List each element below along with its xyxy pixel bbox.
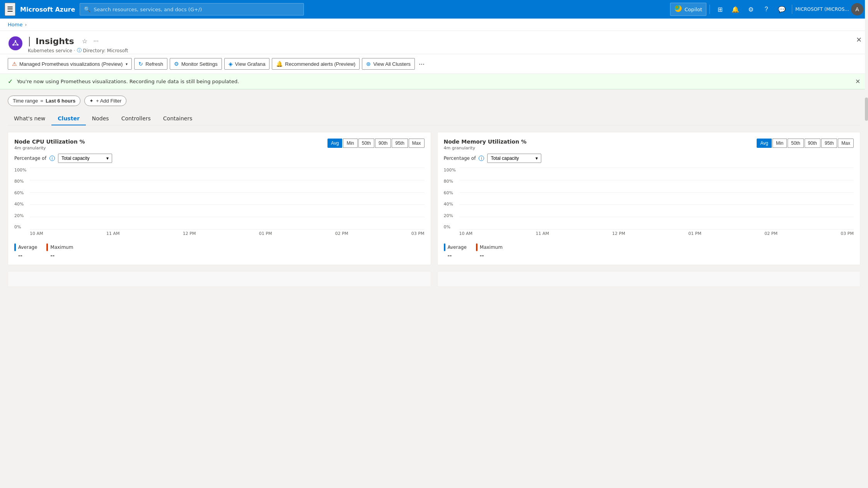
service-type-label: Kubernetes service <box>28 48 72 53</box>
notifications-button[interactable]: 🔔 <box>728 2 742 16</box>
cpu-chart-area: 100% 80% 60% 40% 20% 0% 10 AM <box>14 168 425 237</box>
mem-gridline-40 <box>459 204 854 205</box>
account-label: MICROSOFT (MICROSOFT.ONMI... <box>795 7 849 12</box>
avatar[interactable]: A <box>851 3 863 15</box>
view-grafana-button[interactable]: ◈ View Grafana <box>224 58 270 70</box>
time-range-filter[interactable]: Time range = Last 6 hours <box>8 96 80 106</box>
breadcrumb-home[interactable]: Home <box>8 22 22 27</box>
scrollbar-track[interactable] <box>865 0 868 488</box>
cpu-capacity-dropdown[interactable]: Total capacity ▾ <box>58 154 112 163</box>
toolbar-more-button[interactable]: ··· <box>417 58 426 70</box>
cpu-chart-granularity: 4m granularity <box>14 146 85 151</box>
charts-grid-row2 <box>8 271 860 287</box>
refresh-icon: ↻ <box>138 61 143 67</box>
mem-legend-average: Average -- <box>444 243 467 259</box>
hamburger-button[interactable]: ☰ <box>5 3 15 16</box>
cpu-chart-plot <box>30 168 425 229</box>
mem-y-100: 100% <box>444 168 459 173</box>
more-options-button[interactable]: ··· <box>92 36 100 46</box>
memory-x-axis: 10 AM 11 AM 12 PM 01 PM 02 PM 03 PM <box>459 229 854 237</box>
cpu-x-12pm: 12 PM <box>183 231 196 236</box>
cpu-x-3pm: 03 PM <box>411 231 425 236</box>
help-button[interactable]: ? <box>759 2 773 16</box>
page-header: | Insights ☆ ··· Kubernetes service · ⓘ … <box>0 31 868 54</box>
view-all-clusters-label: View All Clusters <box>373 61 411 67</box>
cpu-info-icon[interactable]: i <box>49 156 55 161</box>
svg-point-0 <box>675 5 682 12</box>
page-subtitle: Kubernetes service · ⓘ Directory: Micros… <box>28 47 860 54</box>
portal-icon-button[interactable]: ⊞ <box>713 2 727 16</box>
cpu-btn-max[interactable]: Max <box>409 139 425 148</box>
svg-line-5 <box>14 42 15 44</box>
mem-btn-avg[interactable]: Avg <box>757 139 771 148</box>
mem-btn-50th[interactable]: 50th <box>788 139 803 148</box>
cpu-max-value: -- <box>46 253 73 259</box>
mem-btn-90th[interactable]: 90th <box>805 139 820 148</box>
chart-card-bottom-right <box>437 271 861 287</box>
tab-whats-new[interactable]: What's new <box>8 112 51 125</box>
tab-cluster[interactable]: Cluster <box>51 112 85 125</box>
page-close-button[interactable]: ✕ <box>856 36 862 44</box>
alert-success-icon: ✓ <box>8 78 13 85</box>
mem-dropdown-chevron-icon: ▾ <box>535 156 538 161</box>
grafana-icon: ◈ <box>229 61 233 67</box>
cpu-gridline-40 <box>30 204 425 205</box>
refresh-button[interactable]: ↻ Refresh <box>134 58 167 70</box>
search-placeholder: Search resources, services, and docs (G+… <box>94 7 202 12</box>
memory-chart-granularity: 4m granularity <box>444 146 527 151</box>
topbar-divider <box>709 5 710 14</box>
favorite-button[interactable]: ☆ <box>80 36 89 46</box>
recommended-alerts-button[interactable]: 🔔 Recommended alerts (Preview) <box>272 58 360 70</box>
mem-x-11am: 11 AM <box>535 231 549 236</box>
search-icon: 🔍 <box>84 6 90 12</box>
memory-chart-controls: Percentage of i Total capacity ▾ <box>444 154 854 163</box>
copilot-button[interactable]: Copilot <box>670 3 706 16</box>
tabs: What's new Cluster Nodes Controllers Con… <box>8 112 860 126</box>
tab-controllers[interactable]: Controllers <box>115 112 157 125</box>
cpu-gridline-60 <box>30 192 425 193</box>
cpu-chart-card: Node CPU Utilization % 4m granularity Av… <box>8 132 431 265</box>
prometheus-label: Managed Prometheus visualizations (Previ… <box>19 61 123 67</box>
svg-point-1 <box>15 40 16 42</box>
copilot-label: Copilot <box>684 7 702 12</box>
breadcrumb-separator: › <box>25 22 27 27</box>
tab-nodes[interactable]: Nodes <box>86 112 115 125</box>
cpu-chart-title-area: Node CPU Utilization % 4m granularity <box>14 139 85 151</box>
memory-chart-header: Node Memory Utilization % 4m granularity… <box>444 139 854 151</box>
mem-legend-maximum: Maximum -- <box>476 243 503 259</box>
cpu-btn-95th[interactable]: 95th <box>392 139 408 148</box>
cpu-btn-50th[interactable]: 50th <box>358 139 374 148</box>
topbar-divider-2 <box>792 5 792 14</box>
time-range-equals: = <box>40 98 43 104</box>
mem-btn-min[interactable]: Min <box>773 139 787 148</box>
view-all-clusters-button[interactable]: ⊛ View All Clusters <box>362 58 415 70</box>
cpu-btn-min[interactable]: Min <box>343 139 357 148</box>
cpu-max-label: Maximum <box>50 245 73 250</box>
tab-containers[interactable]: Containers <box>157 112 199 125</box>
scrollbar-thumb[interactable] <box>865 98 868 121</box>
cpu-y-80: 80% <box>14 179 30 184</box>
mem-info-icon[interactable]: i <box>479 156 484 161</box>
page-icon <box>8 36 23 51</box>
info-circle-icon: ⓘ <box>77 47 82 54</box>
cpu-btn-90th[interactable]: 90th <box>375 139 391 148</box>
cpu-legend-average: Average -- <box>14 243 37 259</box>
cpu-btn-avg[interactable]: Avg <box>327 139 342 148</box>
cpu-gridline-80 <box>30 180 425 180</box>
monitor-settings-button[interactable]: ⚙ Monitor Settings <box>170 58 222 70</box>
feedback-button[interactable]: 💬 <box>775 2 789 16</box>
mem-gridline-20 <box>459 217 854 217</box>
alert-close-button[interactable]: ✕ <box>855 78 860 85</box>
chart-card-bottom-left <box>8 271 431 287</box>
cpu-chart-title: Node CPU Utilization % <box>14 139 85 145</box>
mem-btn-95th[interactable]: 95th <box>821 139 837 148</box>
mem-btn-max[interactable]: Max <box>838 139 854 148</box>
search-bar[interactable]: 🔍 Search resources, services, and docs (… <box>80 3 304 15</box>
add-filter-button[interactable]: ✦ + Add Filter <box>84 96 126 106</box>
prometheus-button[interactable]: ⚠ Managed Prometheus visualizations (Pre… <box>8 58 132 70</box>
prometheus-chevron-icon: ▾ <box>126 62 128 66</box>
settings-button[interactable]: ⚙ <box>744 2 758 16</box>
mem-capacity-dropdown[interactable]: Total capacity ▾ <box>487 154 541 163</box>
memory-chart-area: 100% 80% 60% 40% 20% 0% 10 AM <box>444 168 854 237</box>
cpu-gridline-100 <box>30 168 425 168</box>
